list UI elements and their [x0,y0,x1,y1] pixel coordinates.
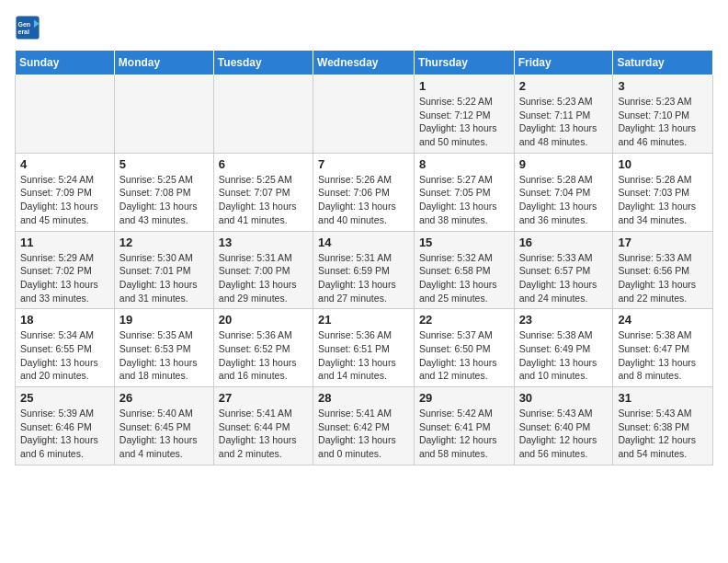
day-info: Sunrise: 5:41 AM Sunset: 6:44 PM Dayligh… [219,407,308,461]
calendar-cell: 16Sunrise: 5:33 AM Sunset: 6:57 PM Dayli… [514,231,613,309]
day-info: Sunrise: 5:35 AM Sunset: 6:53 PM Dayligh… [119,328,209,383]
calendar-cell: 18Sunrise: 5:34 AM Sunset: 6:55 PM Dayli… [16,309,115,387]
day-info: Sunrise: 5:37 AM Sunset: 6:50 PM Dayligh… [419,328,509,383]
day-number: 3 [618,79,708,93]
day-info: Sunrise: 5:40 AM Sunset: 6:45 PM Dayligh… [119,407,209,461]
svg-text:eral: eral [18,29,30,35]
weekday-header-wednesday: Wednesday [313,51,415,75]
day-number: 9 [519,157,609,171]
day-number: 13 [219,236,308,249]
day-info: Sunrise: 5:43 AM Sunset: 6:38 PM Dayligh… [618,407,708,461]
day-number: 24 [618,313,708,327]
calendar-cell: 6Sunrise: 5:25 AM Sunset: 7:07 PM Daylig… [213,153,313,231]
calendar-cell: 26Sunrise: 5:40 AM Sunset: 6:45 PM Dayli… [114,387,213,465]
calendar-cell: 28Sunrise: 5:41 AM Sunset: 6:42 PM Dayli… [313,387,415,465]
day-info: Sunrise: 5:41 AM Sunset: 6:42 PM Dayligh… [318,407,409,461]
weekday-header-tuesday: Tuesday [213,51,313,75]
day-info: Sunrise: 5:39 AM Sunset: 6:46 PM Dayligh… [20,407,109,461]
day-number: 4 [20,157,109,171]
day-info: Sunrise: 5:28 AM Sunset: 7:04 PM Dayligh… [519,173,609,227]
calendar-table: SundayMondayTuesdayWednesdayThursdayFrid… [15,50,713,465]
day-number: 22 [419,313,509,327]
calendar-cell: 31Sunrise: 5:43 AM Sunset: 6:38 PM Dayli… [613,387,713,465]
day-info: Sunrise: 5:36 AM Sunset: 6:51 PM Dayligh… [318,328,409,383]
day-info: Sunrise: 5:34 AM Sunset: 6:55 PM Dayligh… [20,328,109,383]
day-info: Sunrise: 5:27 AM Sunset: 7:05 PM Dayligh… [419,173,509,227]
day-info: Sunrise: 5:23 AM Sunset: 7:11 PM Dayligh… [519,95,609,149]
day-info: Sunrise: 5:33 AM Sunset: 6:56 PM Dayligh… [618,251,708,305]
day-number: 6 [219,157,308,171]
calendar-cell [313,75,415,154]
general-blue-logo: Gen eral [15,15,40,40]
day-number: 7 [318,157,409,171]
calendar-cell: 13Sunrise: 5:31 AM Sunset: 7:00 PM Dayli… [213,231,313,309]
calendar-cell: 10Sunrise: 5:28 AM Sunset: 7:03 PM Dayli… [613,153,713,231]
day-number: 29 [419,391,509,405]
day-info: Sunrise: 5:22 AM Sunset: 7:12 PM Dayligh… [419,95,509,149]
weekday-header-friday: Friday [514,51,613,75]
calendar-cell: 30Sunrise: 5:43 AM Sunset: 6:40 PM Dayli… [514,387,613,465]
calendar-cell [114,75,213,154]
calendar-cell: 29Sunrise: 5:42 AM Sunset: 6:41 PM Dayli… [414,387,514,465]
calendar-cell: 20Sunrise: 5:36 AM Sunset: 6:52 PM Dayli… [213,309,313,387]
day-info: Sunrise: 5:36 AM Sunset: 6:52 PM Dayligh… [219,328,308,383]
day-info: Sunrise: 5:30 AM Sunset: 7:01 PM Dayligh… [119,251,209,305]
day-number: 1 [419,79,509,93]
calendar-cell: 25Sunrise: 5:39 AM Sunset: 6:46 PM Dayli… [16,387,115,465]
day-info: Sunrise: 5:33 AM Sunset: 6:57 PM Dayligh… [519,251,609,305]
day-number: 31 [618,391,708,405]
day-number: 27 [219,391,308,405]
day-info: Sunrise: 5:31 AM Sunset: 7:00 PM Dayligh… [219,251,308,305]
day-number: 5 [119,157,209,171]
calendar-cell: 4Sunrise: 5:24 AM Sunset: 7:09 PM Daylig… [16,153,115,231]
day-info: Sunrise: 5:38 AM Sunset: 6:49 PM Dayligh… [519,328,609,383]
day-number: 26 [119,391,209,405]
day-info: Sunrise: 5:25 AM Sunset: 7:07 PM Dayligh… [219,173,308,227]
day-number: 2 [519,79,609,93]
day-number: 21 [318,313,409,327]
calendar-cell: 5Sunrise: 5:25 AM Sunset: 7:08 PM Daylig… [114,153,213,231]
day-info: Sunrise: 5:32 AM Sunset: 6:58 PM Dayligh… [419,251,509,305]
day-info: Sunrise: 5:31 AM Sunset: 6:59 PM Dayligh… [318,251,409,305]
calendar-cell [213,75,313,154]
calendar-cell: 3Sunrise: 5:23 AM Sunset: 7:10 PM Daylig… [613,75,713,154]
calendar-cell: 15Sunrise: 5:32 AM Sunset: 6:58 PM Dayli… [414,231,514,309]
calendar-cell: 12Sunrise: 5:30 AM Sunset: 7:01 PM Dayli… [114,231,213,309]
calendar-cell: 27Sunrise: 5:41 AM Sunset: 6:44 PM Dayli… [213,387,313,465]
day-number: 25 [20,391,109,405]
calendar-cell: 7Sunrise: 5:26 AM Sunset: 7:06 PM Daylig… [313,153,415,231]
day-number: 30 [519,391,609,405]
svg-text:Gen: Gen [18,21,31,28]
calendar-cell: 17Sunrise: 5:33 AM Sunset: 6:56 PM Dayli… [613,231,713,309]
calendar-cell: 23Sunrise: 5:38 AM Sunset: 6:49 PM Dayli… [514,309,613,387]
day-number: 23 [519,313,609,327]
day-number: 18 [20,313,109,327]
svg-rect-0 [16,16,39,39]
day-number: 16 [519,236,609,249]
day-info: Sunrise: 5:43 AM Sunset: 6:40 PM Dayligh… [519,407,609,461]
day-number: 19 [119,313,209,327]
day-info: Sunrise: 5:26 AM Sunset: 7:06 PM Dayligh… [318,173,409,227]
day-number: 15 [419,236,509,249]
weekday-header-saturday: Saturday [613,51,713,75]
calendar-cell: 21Sunrise: 5:36 AM Sunset: 6:51 PM Dayli… [313,309,415,387]
day-number: 20 [219,313,308,327]
day-number: 12 [119,236,209,249]
day-info: Sunrise: 5:25 AM Sunset: 7:08 PM Dayligh… [119,173,209,227]
calendar-cell: 1Sunrise: 5:22 AM Sunset: 7:12 PM Daylig… [414,75,514,154]
day-number: 10 [618,157,708,171]
day-info: Sunrise: 5:28 AM Sunset: 7:03 PM Dayligh… [618,173,708,227]
calendar-cell: 14Sunrise: 5:31 AM Sunset: 6:59 PM Dayli… [313,231,415,309]
day-number: 28 [318,391,409,405]
day-number: 8 [419,157,509,171]
calendar-cell: 22Sunrise: 5:37 AM Sunset: 6:50 PM Dayli… [414,309,514,387]
day-info: Sunrise: 5:24 AM Sunset: 7:09 PM Dayligh… [20,173,109,227]
day-number: 17 [618,236,708,249]
calendar-cell: 9Sunrise: 5:28 AM Sunset: 7:04 PM Daylig… [514,153,613,231]
day-number: 11 [20,236,109,249]
calendar-cell: 11Sunrise: 5:29 AM Sunset: 7:02 PM Dayli… [16,231,115,309]
calendar-cell: 2Sunrise: 5:23 AM Sunset: 7:11 PM Daylig… [514,75,613,154]
day-info: Sunrise: 5:29 AM Sunset: 7:02 PM Dayligh… [20,251,109,305]
weekday-header-sunday: Sunday [16,51,115,75]
calendar-cell: 24Sunrise: 5:38 AM Sunset: 6:47 PM Dayli… [613,309,713,387]
